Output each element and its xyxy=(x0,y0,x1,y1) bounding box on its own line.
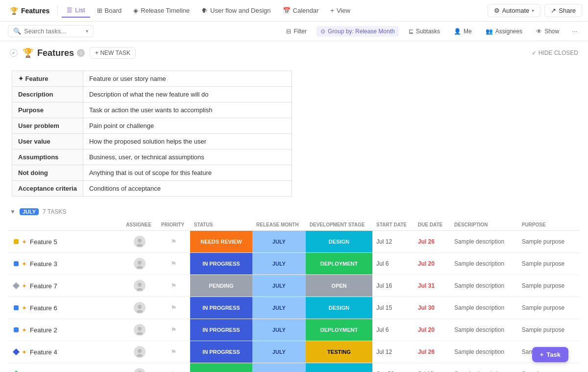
task-status-cell[interactable]: IN PROGRESS xyxy=(190,341,252,363)
more-options-button[interactable]: ··· xyxy=(569,25,580,37)
subtasks-button[interactable]: ⊑ Subtasks xyxy=(405,26,444,37)
avatar xyxy=(134,302,146,314)
filter-button[interactable]: ⊟ Filter xyxy=(282,26,311,37)
automate-button[interactable]: ⚙ Automate ▾ xyxy=(488,4,541,17)
assignees-button[interactable]: 👥 Assignees xyxy=(482,26,526,37)
task-name-cell[interactable]: ✦ Feature 7 xyxy=(8,275,122,297)
search-caret: ▾ xyxy=(86,28,88,34)
group-by-button[interactable]: ⊙ Group by: Release Month xyxy=(317,26,399,37)
share-button[interactable]: ↗ Share xyxy=(544,4,582,17)
status-badge: IN PROGRESS xyxy=(190,297,252,319)
feature-doc-value: Task or action the user wants to accompl… xyxy=(83,102,292,118)
search-input[interactable] xyxy=(24,27,83,35)
svg-point-10 xyxy=(138,349,142,353)
task-status-cell[interactable]: IN PROGRESS xyxy=(190,253,252,275)
page-title-icon: 🏆 xyxy=(23,48,33,58)
task-name-cell[interactable]: ✦ Feature 6 xyxy=(8,297,122,319)
task-priority-cell: ⚑ xyxy=(157,341,190,363)
col-header-release: RELEASE MONTH xyxy=(252,219,306,231)
status-badge: COMPLETE xyxy=(190,363,252,372)
plus-icon: + xyxy=(330,7,334,14)
show-button[interactable]: 👁 Show xyxy=(532,26,563,37)
table-row[interactable]: ✦ Feature 2 ⚑ IN PROGRESS JU xyxy=(8,319,580,341)
feature-doc-row: User value How the proposed solution hel… xyxy=(12,134,292,149)
task-name-cell[interactable]: ✦ Feature 1 xyxy=(8,363,122,372)
task-name-cell[interactable]: ✦ Feature 5 xyxy=(8,231,122,253)
task-star: ✦ xyxy=(22,371,27,372)
task-release-cell: JULY xyxy=(252,275,306,297)
task-name-cell[interactable]: ✦ Feature 3 xyxy=(8,253,122,275)
task-name: Feature 6 xyxy=(30,304,57,312)
hide-closed-button[interactable]: ✓ HIDE CLOSED xyxy=(532,50,578,56)
table-row[interactable]: ✦ Feature 6 ⚑ IN PROGRESS JU xyxy=(8,297,580,319)
task-priority-cell: ⚑ xyxy=(157,297,190,319)
task-priority-cell: ⚑ xyxy=(157,363,190,372)
task-name: Feature 2 xyxy=(30,326,57,334)
task-fab-button[interactable]: + Task xyxy=(532,347,568,362)
col-header-start: START DATE xyxy=(372,219,414,231)
table-row[interactable]: ✦ Feature 4 ⚑ IN PROGRESS JU xyxy=(8,341,580,363)
tab-user-flow[interactable]: 🗣 User flow and Design xyxy=(196,4,276,17)
task-dev-cell: OPEN xyxy=(306,275,372,297)
avatar xyxy=(134,236,146,248)
avatar xyxy=(134,258,146,270)
feature-doc-field: User problem xyxy=(12,118,83,134)
task-due-date: Jul 13 xyxy=(414,363,450,372)
share-icon: ↗ xyxy=(551,7,556,14)
feature-doc-field: User value xyxy=(12,134,83,149)
task-status-cell[interactable]: COMPLETE xyxy=(190,363,252,372)
task-assignee-cell xyxy=(122,341,157,363)
feature-doc-value: Conditions of acceptance xyxy=(83,181,292,197)
purpose-text: Sample purpose xyxy=(522,326,564,333)
release-badge: JULY xyxy=(252,231,306,252)
table-row[interactable]: ✦ Feature 1 ⚑ COMPLETE JULY xyxy=(8,363,580,372)
status-badge: NEEDS REVIEW xyxy=(190,231,252,252)
task-due-date: Jul 30 xyxy=(414,297,450,319)
task-dev-cell: DEPLOYMENT xyxy=(306,253,372,275)
task-status-cell[interactable]: IN PROGRESS xyxy=(190,319,252,341)
svg-point-1 xyxy=(137,244,143,247)
july-toggle-icon[interactable]: ▼ xyxy=(10,208,16,215)
search-box[interactable]: 🔍 ▾ xyxy=(8,25,94,37)
task-name-cell[interactable]: ✦ Feature 2 xyxy=(8,319,122,341)
feature-doc-value: Business, user, or technical assumptions xyxy=(83,149,292,165)
svg-point-8 xyxy=(138,327,142,331)
start-date-text: Jul 15 xyxy=(376,304,392,311)
dev-stage-badge: OPEN xyxy=(306,275,372,297)
table-row[interactable]: ✦ Feature 7 ⚑ PENDING JULY xyxy=(8,275,580,297)
tab-add-view[interactable]: + View xyxy=(325,4,355,17)
table-row[interactable]: ✦ Feature 3 ⚑ IN PROGRESS JU xyxy=(8,253,580,275)
tab-calendar[interactable]: 📅 Calendar xyxy=(278,4,324,17)
task-description: Sample description xyxy=(450,363,518,372)
task-status-cell[interactable]: PENDING xyxy=(190,275,252,297)
main-content: ✓ 🏆 Features i + NEW TASK ✓ HIDE CLOSED … xyxy=(0,41,588,372)
search-icon: 🔍 xyxy=(13,27,21,35)
task-status-cell[interactable]: IN PROGRESS xyxy=(190,297,252,319)
tab-list[interactable]: ☰ List xyxy=(62,3,90,18)
table-row[interactable]: ✦ Feature 5 ⚑ NEEDS REVIEW J xyxy=(8,231,580,253)
task-star: ✦ xyxy=(22,282,27,290)
col-header-priority: PRIORITY xyxy=(157,219,190,231)
dev-stage-badge: DESIGN xyxy=(306,231,372,252)
task-start-date: Jul 12 xyxy=(372,341,414,363)
task-purpose: Sample purpose xyxy=(518,297,580,319)
feature-doc-field: Description xyxy=(12,87,83,102)
task-purpose: Sample purpose xyxy=(518,319,580,341)
task-start-date: Jul 6 xyxy=(372,319,414,341)
july-group-header[interactable]: ▼ JULY 7 TASKS xyxy=(8,204,580,219)
tab-board[interactable]: ⊞ Board xyxy=(92,4,127,17)
task-purpose: Sample purpose xyxy=(518,253,580,275)
task-status-cell[interactable]: NEEDS REVIEW xyxy=(190,231,252,253)
me-button[interactable]: 👤 Me xyxy=(450,26,476,37)
task-fab-label: Task xyxy=(546,351,561,358)
task-name: Feature 5 xyxy=(30,238,57,246)
new-task-button[interactable]: + NEW TASK xyxy=(90,47,136,59)
tab-release-timeline[interactable]: ◈ Release Timeline xyxy=(128,4,195,17)
description-text: Sample description xyxy=(454,282,504,289)
task-name-cell[interactable]: ✦ Feature 4 xyxy=(8,341,122,363)
feature-doc-value: How the proposed solution helps the user xyxy=(83,134,292,149)
feature-doc-value: Feature or user story name xyxy=(83,71,292,87)
show-icon: 👁 xyxy=(536,28,542,35)
release-badge: JULY xyxy=(252,319,306,341)
task-dev-cell: TESTING xyxy=(306,341,372,363)
